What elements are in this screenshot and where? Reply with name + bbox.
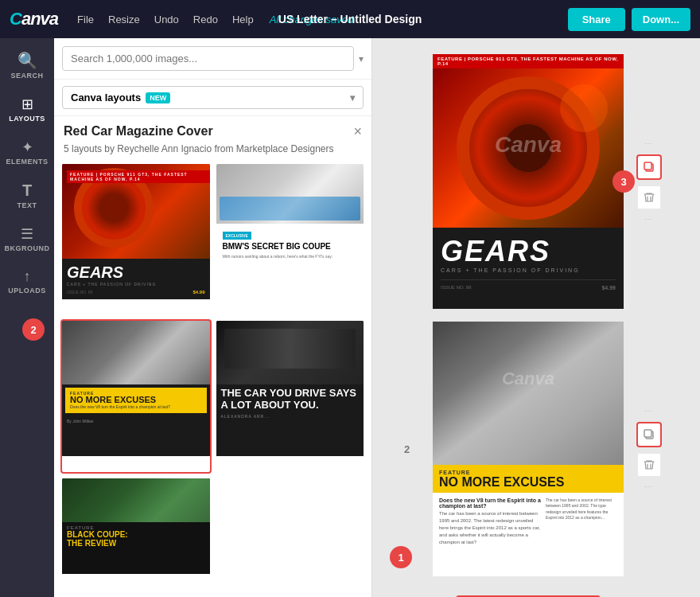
- panel-subtitle: 5 layouts by Reychelle Ann Ignacio from …: [54, 142, 371, 162]
- page-2-canvas[interactable]: Canva FEATURE NO MORE EXCUSES Does the n…: [433, 322, 624, 576]
- elements-icon: ✦: [21, 139, 33, 156]
- sidebar-item-elements[interactable]: ✦ ELEMENTS: [2, 132, 52, 172]
- icon-sidebar: 🔍 SEARCH ⊞ LAYOUTS ✦ ELEMENTS T TEXT ☰ B…: [0, 38, 54, 597]
- layouts-grid: FEATURE | PORSCHE 911 GT3, THE FASTEST M…: [54, 162, 371, 597]
- lc4-title: THE CAR YOU DRIVE SAYS A LOT ABOUT YOU.: [216, 384, 364, 414]
- search-input[interactable]: [62, 46, 354, 71]
- sidebar-item-text[interactable]: T TEXT: [2, 175, 52, 216]
- sidebar-item-uploads[interactable]: ↑ UPLOADS: [2, 262, 52, 301]
- page-2-number: 2: [404, 443, 410, 455]
- page1-dots-top: ⋯: [644, 139, 654, 148]
- menu-help[interactable]: Help: [232, 14, 254, 25]
- nav-menu: File Resize Undo Redo Help: [77, 14, 254, 25]
- new-badge: NEW: [146, 92, 170, 103]
- page2-hand-photo: [433, 322, 624, 465]
- canvas-area: FEATURE | PORSCHE 911 GT3, THE FASTEST M…: [372, 38, 700, 597]
- page-1-canvas[interactable]: FEATURE | PORSCHE 911 GT3, THE FASTEST M…: [433, 54, 624, 309]
- page2-left-col: Does the new V8 turn the Espirit into a …: [439, 498, 541, 572]
- delete-icon: [643, 191, 655, 204]
- uploads-icon: ↑: [24, 268, 31, 285]
- page2-right-text: The car has been a source of interest be…: [546, 498, 617, 521]
- page2-feature-section: FEATURE NO MORE EXCUSES: [433, 465, 624, 493]
- panel-close-button[interactable]: ×: [353, 124, 362, 139]
- copy-icon: [644, 162, 655, 173]
- layout-card-2[interactable]: EXCLUSIVE BMW'S SECRET BIG COUPE With ru…: [215, 162, 366, 316]
- page2-copy-icon: [644, 429, 655, 440]
- badge-1: 1: [390, 546, 412, 568]
- sidebar-item-layouts[interactable]: ⊞ LAYOUTS: [2, 89, 52, 129]
- page1-header-strip: FEATURE | PORSCHE 911 GT3, THE FASTEST M…: [433, 54, 624, 68]
- lc1-price: $4.99: [192, 290, 204, 295]
- share-button[interactable]: Share: [568, 8, 625, 31]
- sidebar-label-elements: ELEMENTS: [6, 158, 48, 166]
- topnav: Canva File Resize Undo Redo Help All cha…: [0, 0, 700, 38]
- sidebar-label-layouts: LAYOUTS: [9, 115, 45, 123]
- layout-card-3[interactable]: FEATURE NO MORE EXCUSES Does the new V8 …: [60, 319, 212, 473]
- page1-photo: Canva: [433, 68, 624, 228]
- search-bar: ▾: [54, 38, 371, 80]
- page1-dots-bottom: ⋯: [644, 215, 654, 224]
- lc1-issue: ISSUE NO. 88: [67, 290, 92, 295]
- search-icon: 🔍: [18, 51, 37, 70]
- layout-selector-label: Canva layouts: [71, 92, 141, 103]
- lc3-footer: By John Millian: [62, 416, 210, 426]
- page1-price: $4.99: [601, 285, 616, 291]
- page-2-delete-button[interactable]: [638, 454, 660, 476]
- lc2-title: BMW'S SECRET BIG COUPE: [220, 240, 361, 252]
- sidebar-label-search: SEARCH: [10, 72, 43, 80]
- lc2-content: EXCLUSIVE BMW'S SECRET BIG COUPE With ru…: [216, 224, 364, 263]
- download-button[interactable]: Down...: [632, 8, 690, 31]
- sidebar-label-uploads: UPLOADS: [8, 287, 46, 295]
- page-1-copy-button[interactable]: [636, 154, 662, 180]
- page2-dots-top: ⋯: [644, 407, 654, 416]
- lc5-title: BLACK COUPE:THE REVIEW: [67, 530, 205, 548]
- page2-body-text: The car has been a source of interest be…: [439, 510, 541, 546]
- page-2-wrapper: 2 Canva FEATURE NO MORE EXCUSES Does the…: [433, 322, 624, 576]
- lc1-header: FEATURE | PORSCHE 911 GT3, THE FASTEST M…: [67, 170, 210, 183]
- layout-card-5[interactable]: FEATURE BLACK COUPE:THE REVIEW: [60, 477, 212, 591]
- lc3-photo-bg: [62, 321, 210, 384]
- design-title: US Letter – Untitled Design: [278, 13, 422, 25]
- lc3-author: By John Millian: [67, 419, 94, 423]
- page2-body: Does the new V8 turn the Espirit into a …: [433, 493, 624, 576]
- page-2-actions: ⋯ ⋯: [636, 407, 662, 491]
- menu-file[interactable]: File: [77, 14, 94, 25]
- layout-card-1[interactable]: FEATURE | PORSCHE 911 GT3, THE FASTEST M…: [60, 162, 212, 316]
- menu-undo[interactable]: Undo: [154, 14, 179, 25]
- lc1-subtitle: CARS + THE PASSION OF DRIVING: [67, 282, 205, 287]
- sidebar-label-background: BKGROUND: [5, 244, 50, 252]
- page1-footer: ISSUE NO. 88 $4.99: [441, 279, 616, 291]
- menu-redo[interactable]: Redo: [193, 14, 218, 25]
- road-photo: [224, 329, 356, 369]
- sidebar-item-search[interactable]: 🔍 SEARCH: [2, 45, 52, 86]
- lc2-body: With rumors swirling about a reborn, her…: [220, 252, 361, 261]
- lc5-content: FEATURE BLACK COUPE:THE REVIEW: [62, 522, 210, 551]
- page-1-delete-button[interactable]: [638, 186, 660, 209]
- page1-highlight: [560, 84, 608, 132]
- main-layout: 🔍 SEARCH ⊞ LAYOUTS ✦ ELEMENTS T TEXT ☰ B…: [0, 38, 700, 597]
- search-dropdown-arrow: ▾: [359, 53, 364, 64]
- page2-feature-label: FEATURE: [439, 470, 617, 475]
- badge-3: 3: [612, 170, 635, 193]
- layouts-icon: ⊞: [21, 96, 33, 113]
- menu-resize[interactable]: Resize: [108, 14, 140, 25]
- layout-card-4[interactable]: THE CAR YOU DRIVE SAYS A LOT ABOUT YOU. …: [215, 319, 366, 473]
- canva-logo: Canva: [10, 9, 58, 29]
- sidebar-label-text: TEXT: [17, 201, 37, 209]
- layout-selector: Canva layouts NEW ▾: [54, 80, 371, 116]
- lc1-title: GEARS: [67, 263, 205, 282]
- page-1-wrapper: FEATURE | PORSCHE 911 GT3, THE FASTEST M…: [433, 54, 624, 309]
- page2-delete-icon: [643, 458, 655, 471]
- panel-header: Red Car Magazine Cover ×: [54, 116, 371, 142]
- layouts-panel: ▾ Canva layouts NEW ▾ Red Car Magazine C…: [54, 38, 372, 597]
- page-2-copy-button[interactable]: [636, 422, 662, 447]
- nav-right: Share Down...: [568, 8, 690, 31]
- lc1-footer: ISSUE NO. 88 $4.99: [67, 290, 205, 295]
- page2-right-col: The car has been a source of interest be…: [546, 498, 617, 572]
- sidebar-item-background[interactable]: ☰ BKGROUND: [2, 219, 52, 259]
- layout-dropdown-arrow-icon: ▾: [350, 92, 355, 103]
- layout-selector-button[interactable]: Canva layouts NEW ▾: [62, 86, 364, 109]
- lc3-subtitle: Does the new V8 turn the Espirit into a …: [70, 404, 202, 410]
- page1-bottom: GEARS CARS + THE PASSION OF DRIVING ISSU…: [433, 228, 624, 297]
- panel-title: Red Car Magazine Cover: [64, 124, 213, 139]
